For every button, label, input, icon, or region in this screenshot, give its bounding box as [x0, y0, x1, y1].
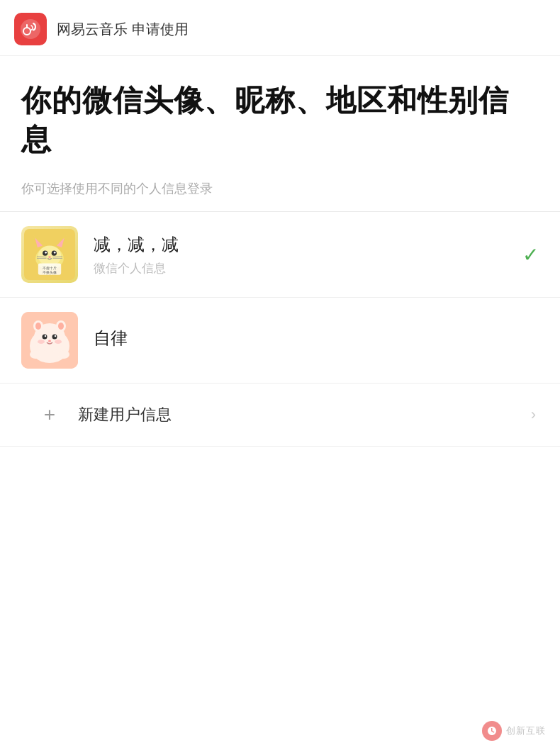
svg-point-30 [52, 335, 57, 340]
app-header: 网易云音乐 申请使用 [0, 0, 560, 56]
new-user-item[interactable]: + 新建用户信息 › [0, 384, 560, 447]
profile-list: 不瘦十斤 不换头像 减，减，减 微信个人信息 ✓ [0, 212, 560, 447]
profile-2-info: 自律 [94, 327, 539, 354]
profile-1-info: 减，减，减 微信个人信息 [94, 233, 515, 276]
header-title: 网易云音乐 申请使用 [57, 20, 189, 39]
svg-point-13 [54, 252, 56, 254]
svg-point-29 [43, 335, 47, 340]
svg-point-33 [48, 340, 51, 342]
svg-point-31 [45, 335, 46, 337]
svg-point-12 [45, 252, 47, 254]
svg-point-28 [58, 323, 64, 330]
plus-icon: + [37, 402, 62, 427]
chevron-right-icon: › [531, 406, 536, 424]
new-user-label: 新建用户信息 [78, 404, 531, 425]
watermark-text: 创新互联 [506, 725, 546, 737]
svg-point-14 [48, 256, 51, 258]
svg-point-37 [58, 350, 69, 359]
svg-point-9 [38, 246, 61, 267]
page-title: 你的微信头像、昵称、地区和性别信息 [21, 82, 539, 159]
svg-point-34 [38, 340, 45, 344]
profile-item-1[interactable]: 不瘦十斤 不换头像 减，减，减 微信个人信息 ✓ [0, 212, 560, 298]
svg-point-35 [55, 340, 62, 344]
svg-point-36 [30, 350, 41, 359]
main-title-section: 你的微信头像、昵称、地区和性别信息 [0, 56, 560, 173]
subtitle-text: 你可选择使用不同的个人信息登录 [0, 173, 560, 211]
profile-2-name: 自律 [94, 327, 539, 349]
app-logo [14, 13, 47, 45]
svg-point-27 [35, 323, 41, 330]
profile-item-2[interactable]: 自律 [0, 298, 560, 384]
profile-1-sub: 微信个人信息 [94, 260, 515, 276]
selected-check-icon: ✓ [522, 243, 539, 267]
svg-text:不瘦十斤: 不瘦十斤 [43, 266, 57, 270]
svg-point-32 [55, 335, 56, 337]
avatar-1: 不瘦十斤 不换头像 [21, 226, 78, 283]
profile-1-name: 减，减，减 [94, 233, 515, 256]
avatar-2 [21, 312, 78, 369]
svg-text:不换头像: 不换头像 [43, 270, 57, 274]
watermark: 创新互联 [482, 721, 546, 741]
watermark-logo [482, 721, 502, 741]
